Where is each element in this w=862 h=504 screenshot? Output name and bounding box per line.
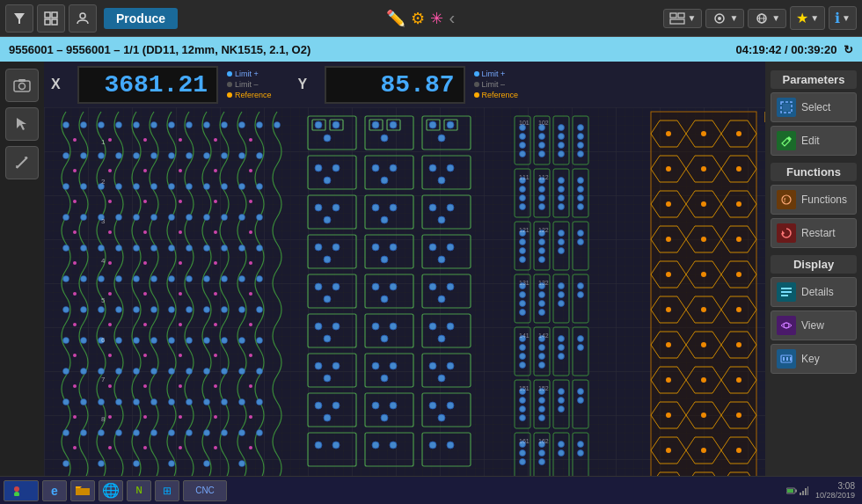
svg-point-126	[151, 369, 157, 375]
svg-point-305	[447, 323, 454, 330]
svg-point-61	[63, 215, 69, 221]
filter-icon-btn[interactable]	[5, 4, 33, 33]
svg-point-401	[539, 398, 545, 404]
svg-point-486	[736, 377, 741, 383]
start-button[interactable]	[4, 480, 39, 501]
svg-point-300	[372, 323, 379, 330]
nvidia-icon[interactable]: N	[127, 480, 151, 501]
select-button[interactable]: Select	[771, 92, 857, 122]
svg-text:111: 111	[519, 174, 530, 180]
svg-rect-8	[670, 19, 684, 24]
svg-marker-17	[17, 118, 26, 130]
flash-icon[interactable]: ✳	[430, 9, 443, 28]
view-label: View	[801, 319, 824, 332]
app-icon[interactable]: ⊞	[155, 480, 179, 501]
svg-point-310	[324, 375, 331, 382]
svg-point-105	[204, 307, 210, 313]
details-button[interactable]: Details	[771, 277, 857, 307]
status-bar: 9556001 – 9556001 – 1/1 (DD11, 12mm, NK1…	[0, 37, 862, 62]
svg-point-531	[14, 486, 19, 492]
svg-point-433	[559, 406, 565, 413]
camera-btn[interactable]	[5, 69, 39, 102]
svg-point-309	[332, 362, 340, 369]
svg-text:162: 162	[538, 438, 549, 444]
right-panel: Parameters Select Edit Functions	[765, 62, 862, 476]
svg-point-136	[116, 399, 122, 405]
svg-point-289	[390, 283, 397, 290]
svg-point-96	[257, 276, 263, 282]
svg-point-121	[63, 369, 69, 375]
svg-point-207	[143, 354, 147, 357]
svg-point-470	[701, 201, 706, 207]
svg-point-68	[186, 215, 193, 221]
chrome-icon[interactable]: 🌐	[99, 480, 123, 501]
folder-icon[interactable]	[70, 480, 95, 501]
app2-icon[interactable]: CNC	[183, 480, 227, 501]
svg-point-26	[99, 122, 105, 128]
svg-point-25	[81, 122, 87, 128]
svg-point-203	[214, 323, 217, 326]
svg-point-5	[80, 13, 85, 18]
svg-point-196	[179, 292, 182, 296]
svg-point-304	[429, 323, 436, 330]
svg-point-301	[390, 323, 397, 330]
svg-point-457	[578, 389, 584, 395]
key-button[interactable]: Key	[771, 344, 857, 374]
star-dropdown[interactable]: ★ ▼	[790, 6, 825, 30]
pen-icon[interactable]: ✏️	[386, 9, 405, 28]
info-dropdown[interactable]: ℹ ▼	[829, 6, 857, 30]
svg-point-104	[186, 307, 193, 313]
functions-button[interactable]: f Functions	[771, 185, 857, 215]
svg-point-108	[257, 307, 263, 313]
view-button[interactable]: View	[771, 310, 857, 340]
svg-point-377	[539, 142, 545, 149]
svg-point-272	[315, 244, 322, 251]
ie-icon[interactable]: e	[42, 480, 67, 501]
gear-icon[interactable]: ⚙	[411, 9, 425, 28]
svg-point-483	[736, 342, 741, 347]
svg-point-228	[249, 446, 252, 449]
arrow-left-icon[interactable]: ‹	[449, 8, 455, 28]
svg-point-455	[578, 345, 584, 351]
svg-point-369	[520, 415, 526, 421]
cursor-btn[interactable]	[5, 107, 39, 141]
svg-point-130	[222, 369, 228, 375]
svg-point-60	[257, 184, 263, 190]
layout-dropdown[interactable]: ▼	[663, 9, 702, 28]
svg-text:142: 142	[538, 332, 549, 339]
svg-point-464	[701, 131, 706, 136]
viewport[interactable]: X 3681.21 Limit + Limit – Reference Y 85…	[44, 62, 765, 476]
svg-point-438	[578, 125, 584, 131]
svg-point-216	[249, 384, 252, 388]
svg-point-159	[134, 461, 140, 467]
view-dropdown[interactable]: ▼	[705, 9, 744, 28]
svg-point-117	[204, 338, 210, 344]
toolbar: Produce ✏️ ⚙ ✳ ‹ ▼ ▼ ▼ ★ ▼ ℹ ▼	[0, 0, 862, 37]
svg-point-123	[99, 369, 105, 375]
svg-point-485	[701, 377, 706, 383]
info-icon: ℹ	[835, 10, 840, 26]
coord-bar: X 3681.21 Limit + Limit – Reference Y 85…	[44, 62, 765, 107]
profile-icon-btn[interactable]	[69, 4, 97, 33]
svg-point-407	[539, 459, 545, 465]
grid-icon-btn[interactable]	[37, 4, 65, 33]
svg-text:152: 152	[538, 385, 549, 391]
restart-button[interactable]: Restart	[771, 218, 857, 248]
key-label: Key	[801, 353, 820, 365]
svg-point-107	[239, 307, 245, 313]
svg-point-193	[73, 292, 77, 296]
edit-button[interactable]: Edit	[771, 126, 857, 156]
svg-point-320	[315, 402, 322, 409]
edit-label: Edit	[801, 135, 820, 147]
svg-point-358	[520, 301, 526, 307]
taskbar: e 🌐 N ⊞ CNC 3:08 10/28/2019	[0, 476, 862, 504]
measure-btn[interactable]	[5, 146, 39, 179]
center-toolbar-icons: ✏️ ⚙ ✳ ‹	[386, 8, 455, 28]
svg-point-15	[19, 84, 26, 90]
refresh-icon[interactable]: ↻	[844, 43, 853, 56]
svg-point-381	[539, 186, 545, 193]
svg-point-477	[736, 272, 741, 277]
svg-point-286	[324, 296, 331, 303]
svg-point-215	[214, 384, 217, 388]
globe-dropdown[interactable]: ▼	[748, 9, 786, 28]
